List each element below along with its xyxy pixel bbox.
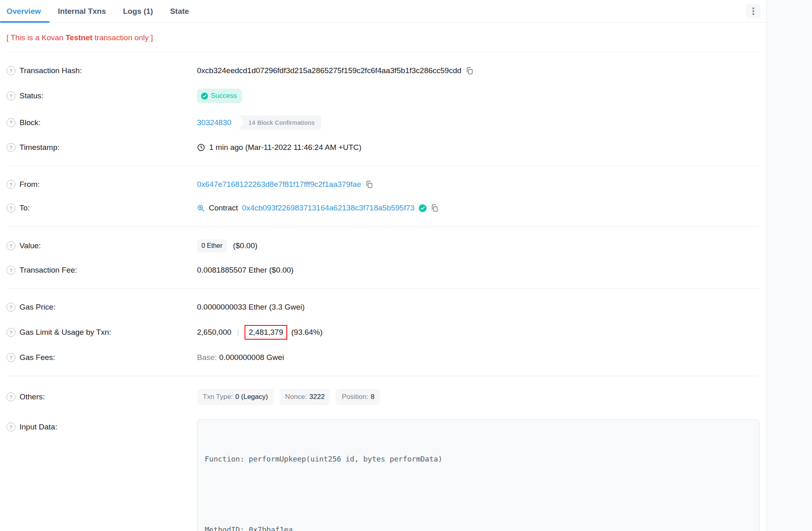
gas-price-label: Gas Price: bbox=[19, 303, 56, 312]
help-icon[interactable]: ? bbox=[6, 143, 15, 152]
section-gas: ? Gas Price: 0.0000000033 Ether (3.3 Gwe… bbox=[6, 289, 760, 376]
row-status: ? Status: Success bbox=[6, 82, 760, 109]
gas-used-percent: (93.64%) bbox=[291, 328, 323, 337]
block-confirmations-badge: 14 Block Confirmations bbox=[238, 115, 321, 130]
to-contract-word: Contract bbox=[209, 204, 238, 212]
row-timestamp: ? Timestamp: 1 min ago (Mar-11-2022 11:4… bbox=[6, 136, 760, 159]
status-badge-text: Success bbox=[211, 92, 237, 100]
copy-to-button[interactable] bbox=[431, 204, 438, 212]
help-icon[interactable]: ? bbox=[6, 423, 15, 431]
gas-limit-value: 2,650,000 bbox=[197, 328, 232, 337]
copy-hash-button[interactable] bbox=[466, 67, 473, 75]
status-badge: Success bbox=[197, 89, 242, 103]
section-value-fee: ? Value: 0 Ether ($0.00) ? Transaction F… bbox=[6, 227, 760, 289]
copy-icon bbox=[365, 180, 373, 189]
section-others-input: ? Others: Txn Type: 0 (Legacy) Nonce: 32… bbox=[6, 376, 760, 531]
gas-used-annotation-box: 2,481,379 bbox=[245, 325, 287, 340]
position-key: Position: bbox=[342, 393, 368, 401]
row-gas-price: ? Gas Price: 0.0000000033 Ether (3.3 Gwe… bbox=[6, 295, 760, 319]
transaction-fee-value: 0.0081885507 Ether ($0.00) bbox=[197, 266, 294, 275]
help-icon[interactable]: ? bbox=[6, 392, 15, 401]
row-to: ? To: Contract 0x4cb093f226983713164a621… bbox=[6, 196, 760, 220]
timestamp-value: 1 min ago (Mar-11-2022 11:46:24 AM +UTC) bbox=[209, 143, 362, 152]
ether-value-badge: 0 Ether bbox=[197, 239, 227, 252]
warning-prefix: [ This is a Kovan bbox=[6, 33, 65, 42]
help-icon[interactable]: ? bbox=[6, 353, 15, 362]
gas-used-value: 2,481,379 bbox=[249, 328, 283, 336]
copy-icon bbox=[466, 67, 473, 75]
warning-suffix: transaction only ] bbox=[93, 33, 153, 42]
copy-from-button[interactable] bbox=[365, 180, 373, 189]
help-icon[interactable]: ? bbox=[6, 204, 15, 212]
txn-type-badge: Txn Type: 0 (Legacy) bbox=[197, 389, 274, 405]
others-label: Others: bbox=[19, 392, 45, 401]
section-from-to: ? From: 0x647e7168122263d8e7f81f17fff9c2… bbox=[6, 166, 760, 227]
help-icon[interactable]: ? bbox=[6, 180, 15, 189]
row-gas-fees: ? Gas Fees: Base: 0.000000008 Gwei bbox=[6, 346, 760, 369]
input-data-line: MethodID: 0x7bbaf1ea bbox=[205, 524, 752, 531]
row-transaction-hash: ? Transaction Hash: 0xcb324eedcd1d07296f… bbox=[6, 59, 760, 82]
row-value: ? Value: 0 Ether ($0.00) bbox=[6, 233, 760, 258]
block-label: Block: bbox=[19, 118, 41, 127]
value-label: Value: bbox=[19, 241, 41, 250]
tab-state[interactable]: State bbox=[162, 0, 197, 22]
kebab-icon bbox=[752, 7, 754, 15]
help-icon[interactable]: ? bbox=[6, 91, 15, 100]
input-data-line bbox=[205, 488, 752, 500]
transaction-fee-label: Transaction Fee: bbox=[19, 266, 77, 275]
check-circle-icon bbox=[201, 93, 208, 100]
input-data-textarea[interactable]: Function: performUpkeep(uint256 id, byte… bbox=[197, 419, 760, 531]
warning-bold: Testnet bbox=[65, 33, 92, 42]
help-icon[interactable]: ? bbox=[6, 66, 15, 75]
help-icon[interactable]: ? bbox=[6, 266, 15, 275]
zoom-in-icon[interactable] bbox=[197, 204, 205, 212]
gas-fees-base-value: 0.000000008 Gwei bbox=[219, 353, 284, 362]
help-icon[interactable]: ? bbox=[6, 328, 15, 337]
status-label: Status: bbox=[19, 91, 43, 100]
clock-icon bbox=[197, 143, 205, 152]
tab-bar: Overview Internal Txns Logs (1) State bbox=[0, 0, 766, 23]
tab-logs[interactable]: Logs (1) bbox=[115, 0, 162, 22]
gas-fees-base-label: Base: bbox=[197, 353, 217, 362]
to-label: To: bbox=[19, 204, 30, 212]
testnet-warning: [ This is a Kovan Testnet transaction on… bbox=[6, 33, 760, 42]
section-hash-status: ? Transaction Hash: 0xcb324eedcd1d07296f… bbox=[6, 52, 760, 166]
transaction-detail-card: Overview Internal Txns Logs (1) State [ … bbox=[0, 0, 766, 531]
transaction-hash-value: 0xcb324eedcd1d07296fdf3d215a2865275f159c… bbox=[197, 66, 461, 75]
gas-limit-label: Gas Limit & Usage by Txn: bbox=[19, 328, 111, 337]
gas-price-value: 0.0000000033 Ether (3.3 Gwei) bbox=[197, 303, 305, 312]
gas-fees-label: Gas Fees: bbox=[19, 353, 55, 362]
row-block: ? Block: 30324830 14 Block Confirmations bbox=[6, 109, 760, 136]
row-input-data: ? Input Data: Function: performUpkeep(ui… bbox=[6, 411, 760, 531]
nonce-key: Nonce: bbox=[285, 393, 307, 401]
input-data-label: Input Data: bbox=[19, 423, 57, 431]
page: Overview Internal Txns Logs (1) State [ … bbox=[0, 0, 812, 531]
gas-limit-separator: | bbox=[236, 328, 241, 337]
tab-internal-txns[interactable]: Internal Txns bbox=[50, 0, 115, 22]
position-badge: Position: 8 bbox=[336, 389, 380, 405]
transaction-hash-label: Transaction Hash: bbox=[19, 66, 82, 75]
row-gas-limit-usage: ? Gas Limit & Usage by Txn: 2,650,000 | … bbox=[6, 319, 760, 346]
copy-icon bbox=[431, 204, 438, 212]
input-data-line: Function: performUpkeep(uint256 id, byte… bbox=[205, 453, 752, 465]
timestamp-label: Timestamp: bbox=[19, 143, 60, 152]
verified-check-icon bbox=[419, 204, 427, 212]
nonce-value: 3222 bbox=[310, 393, 325, 401]
tab-overview[interactable]: Overview bbox=[0, 0, 50, 22]
to-address-link[interactable]: 0x4cb093f226983713164a62138c3f718a5b595f… bbox=[242, 204, 415, 212]
row-others: ? Others: Txn Type: 0 (Legacy) Nonce: 32… bbox=[6, 383, 760, 411]
from-address-link[interactable]: 0x647e7168122263d8e7f81f17fff9c2f1aa379f… bbox=[197, 180, 361, 189]
right-gutter bbox=[766, 0, 812, 531]
row-transaction-fee: ? Transaction Fee: 0.0081885507 Ether ($… bbox=[6, 258, 760, 282]
help-icon[interactable]: ? bbox=[6, 303, 15, 312]
row-from: ? From: 0x647e7168122263d8e7f81f17fff9c2… bbox=[6, 173, 760, 196]
txn-type-key: Txn Type: bbox=[203, 393, 233, 401]
more-options-button[interactable] bbox=[746, 4, 760, 18]
position-value: 8 bbox=[371, 393, 375, 401]
block-number-link[interactable]: 30324830 bbox=[197, 118, 232, 127]
help-icon[interactable]: ? bbox=[6, 118, 15, 127]
nonce-badge: Nonce: 3222 bbox=[279, 389, 331, 405]
help-icon[interactable]: ? bbox=[6, 241, 15, 250]
txn-type-value: 0 (Legacy) bbox=[235, 393, 268, 401]
value-usd: ($0.00) bbox=[233, 241, 258, 250]
